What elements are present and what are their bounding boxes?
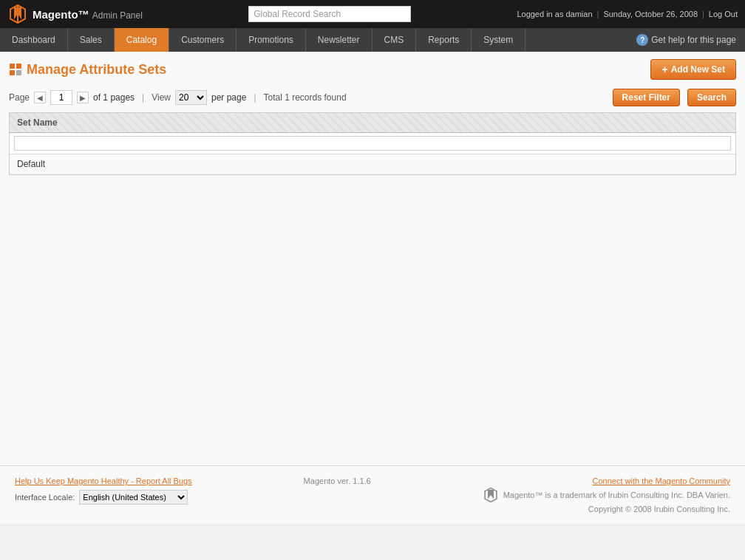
footer-logo: Magento™ is a trademark of Irubin Consul… <box>483 487 730 503</box>
grid-header-row: Set Name <box>10 113 735 132</box>
nav-help[interactable]: ? Get help for this page <box>627 28 745 52</box>
total-records-text: Total 1 records found <box>264 92 347 103</box>
locale-select[interactable]: English (United States) English (United … <box>79 490 188 505</box>
plus-icon: + <box>661 64 667 75</box>
nav-item-system[interactable]: System <box>472 28 525 52</box>
version-text: Magento ver. 1.1.6 <box>304 477 371 485</box>
page-title: Manage Attribute Sets <box>9 62 166 78</box>
attribute-sets-icon <box>9 63 22 76</box>
nav-item-dashboard[interactable]: Dashboard <box>0 28 68 52</box>
header-right: Logged in as damian | Sunday, October 26… <box>517 10 738 18</box>
prev-page-button[interactable]: ◀ <box>34 92 46 103</box>
svg-rect-0 <box>10 64 15 69</box>
nav-item-promotions[interactable]: Promotions <box>237 28 306 52</box>
grid-filter-row <box>10 133 735 154</box>
per-page-label: per page <box>211 92 246 103</box>
nav-item-newsletter[interactable]: Newsletter <box>306 28 372 52</box>
nav: Dashboard Sales Catalog Customers Promot… <box>0 28 745 52</box>
logo-text: Magento™ Admin Panel <box>33 8 143 21</box>
nav-item-customers[interactable]: Customers <box>169 28 237 52</box>
header-search-area <box>150 6 510 22</box>
magento-logo-icon <box>7 4 28 24</box>
help-text: Get help for this page <box>651 35 736 45</box>
nav-item-cms[interactable]: CMS <box>372 28 417 52</box>
copyright-text: Copyright © 2008 Irubin Consulting Inc. <box>588 505 730 513</box>
footer-left: Help Us Keep Magento Healthy - Report Al… <box>15 477 192 505</box>
trademark-text: Magento™ is a trademark of Irubin Consul… <box>503 491 730 499</box>
page-label: Page <box>9 92 30 103</box>
grid-header: Set Name <box>10 113 735 133</box>
footer-center: Magento ver. 1.1.6 <box>304 477 371 485</box>
date-text: Sunday, October 26, 2008 <box>603 10 698 18</box>
grid: Set Name Default <box>9 112 736 175</box>
footer: Help Us Keep Magento Healthy - Report Al… <box>0 465 745 524</box>
next-page-button[interactable]: ▶ <box>77 92 89 103</box>
add-new-set-button[interactable]: + Add New Set <box>650 59 736 80</box>
logo: Magento™ Admin Panel <box>7 4 143 24</box>
global-search-input[interactable] <box>248 6 411 22</box>
reset-filter-button[interactable]: Reset Filter <box>613 89 680 106</box>
page-heading: Manage Attribute Sets <box>27 62 166 78</box>
svg-rect-3 <box>16 70 21 75</box>
header: Magento™ Admin Panel Logged in as damian… <box>0 0 745 28</box>
content: Manage Attribute Sets + Add New Set Page… <box>0 52 745 465</box>
logout-link[interactable]: Log Out <box>709 10 738 18</box>
help-icon: ? <box>636 34 648 46</box>
page-number-input[interactable] <box>50 90 72 105</box>
view-label: View <box>152 92 171 103</box>
footer-locale: Interface Locale: English (United States… <box>15 490 192 505</box>
page-title-bar: Manage Attribute Sets + Add New Set <box>9 59 736 80</box>
search-button[interactable]: Search <box>687 89 736 106</box>
per-page-select[interactable]: 20 30 50 100 200 <box>175 90 207 105</box>
of-pages-text: of 1 pages <box>93 92 135 103</box>
report-bugs-link[interactable]: Help Us Keep Magento Healthy - Report Al… <box>15 477 192 485</box>
nav-item-reports[interactable]: Reports <box>416 28 472 52</box>
footer-right: Connect with the Magento Community Magen… <box>483 477 730 513</box>
filter-cell-set-name <box>10 133 735 154</box>
community-link[interactable]: Connect with the Magento Community <box>593 477 730 485</box>
pagination-bar: Page ◀ ▶ of 1 pages | View 20 30 50 100 … <box>9 89 736 106</box>
table-row[interactable]: Default <box>10 154 735 174</box>
svg-rect-2 <box>10 70 15 75</box>
nav-item-catalog[interactable]: Catalog <box>115 28 169 52</box>
filter-input-set-name[interactable] <box>14 136 731 151</box>
logged-in-text: Logged in as damian <box>517 10 592 18</box>
nav-item-sales[interactable]: Sales <box>68 28 115 52</box>
magento-footer-logo-icon <box>483 487 499 503</box>
column-header-set-name: Set Name <box>10 113 735 132</box>
locale-label: Interface Locale: <box>15 493 75 502</box>
svg-rect-1 <box>16 64 21 69</box>
cell-set-name: Default <box>10 154 735 174</box>
